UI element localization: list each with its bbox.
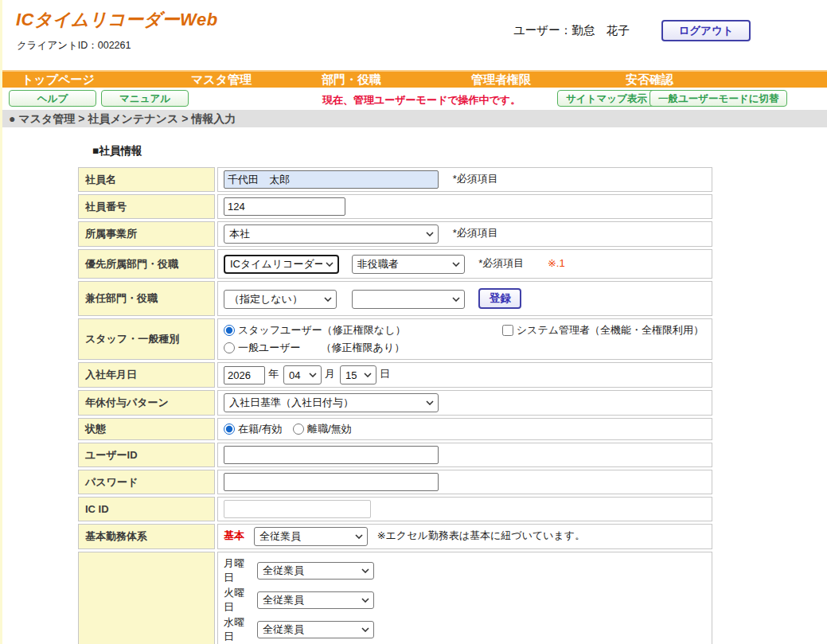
weekday-row: 水曜日 全従業員: [224, 615, 707, 644]
chevron-down-icon: [326, 262, 334, 267]
primary-dept-label: 優先所属部門・役職: [78, 249, 215, 279]
base-work-note: ※エクセル勤務表は基本に紐づいています。: [377, 529, 586, 541]
staff-type-row: スタッフ・一般種別 スタッフユーザー（修正権限なし） システム管理者（全機能・全…: [78, 318, 712, 360]
primary-role-select[interactable]: 非役職者: [352, 255, 465, 274]
required-note: *必須項目: [478, 257, 524, 269]
employee-name-label: 社員名: [78, 167, 215, 192]
chevron-down-icon: [452, 297, 460, 302]
concurrent-dept-select[interactable]: （指定しない）: [224, 290, 337, 309]
staff-user-radio[interactable]: [224, 325, 235, 336]
app-logo: ICタイムリコーダーWeb: [16, 8, 218, 32]
status-active-option[interactable]: 在籍/有効: [224, 423, 285, 435]
sitemap-button[interactable]: サイトマップ表示: [557, 90, 656, 107]
breadcrumb: ● マスタ管理 > 社員メンテナンス > 情報入力: [2, 110, 827, 127]
chevron-down-icon: [426, 232, 434, 236]
password-row: パスワード: [78, 470, 712, 494]
hire-month-select[interactable]: 04: [283, 365, 322, 384]
page: ICタイムリコーダーWeb クライアントID：002261 ユーザー：勤怠 花子…: [2, 0, 827, 644]
status-retired-radio[interactable]: [293, 423, 304, 435]
weekday-select-tuesday[interactable]: 全従業員: [257, 591, 374, 609]
primary-dept-select[interactable]: ICタイムリコーダー株式会社: [224, 255, 339, 274]
chevron-down-icon: [309, 373, 317, 377]
employee-number-row: 社員番号: [78, 194, 712, 219]
password-label: パスワード: [78, 470, 215, 494]
leave-pattern-select[interactable]: 入社日基準（入社日付与）: [224, 393, 439, 412]
nav-item-admin-rights[interactable]: 管理者権限: [471, 72, 531, 87]
status-retired-option[interactable]: 離職/無効: [293, 423, 352, 435]
status-row: 状態 在籍/有効 離職/無効: [78, 418, 712, 440]
employee-name-input[interactable]: [224, 170, 439, 189]
concurrent-dept-row: 兼任部門・役職 （指定しない） 登録: [78, 281, 712, 316]
nav-item-master-management[interactable]: マスタ管理: [191, 72, 252, 87]
chevron-down-icon: [324, 297, 332, 302]
employee-name-row: 社員名 *必須項目: [78, 167, 712, 192]
manual-button[interactable]: マニュアル: [101, 90, 189, 107]
weekday-row: 月曜日 全従業員: [224, 556, 707, 585]
header: ICタイムリコーダーWeb クライアントID：002261 ユーザー：勤怠 花子…: [2, 0, 827, 70]
switch-user-mode-button[interactable]: 一般ユーザーモードに切替: [650, 90, 787, 107]
office-row: 所属事業所 本社 *必須項目: [78, 221, 712, 247]
system-admin-option[interactable]: システム管理者（全機能・全権限利用）: [502, 323, 704, 338]
general-user-radio[interactable]: [224, 342, 235, 353]
help-button[interactable]: ヘルプ: [9, 90, 96, 107]
weekday-name: 月曜日: [224, 556, 254, 585]
weekday-row: 火曜日 全従業員: [224, 586, 707, 615]
month-unit: 月: [325, 368, 335, 380]
weekday-work-row: 曜日勤務体系 月曜日 全従業員 火曜日 全従業員 水曜日 全従業員: [78, 552, 712, 644]
hire-day-select[interactable]: 15: [340, 365, 376, 384]
hire-date-row: 入社年月日 年04月15日: [78, 362, 712, 388]
employee-info-table: 社員名 *必須項目 社員番号 所属事業所 本社: [76, 165, 715, 644]
main-nav: トップページ マスタ管理 部門・役職 管理者権限 安否確認: [2, 70, 827, 88]
section-title: ■社員情報: [92, 144, 827, 158]
system-admin-checkbox[interactable]: [502, 325, 513, 336]
weekday-select-wednesday[interactable]: 全従業員: [257, 621, 374, 638]
nav-item-department-role[interactable]: 部門・役職: [322, 72, 381, 87]
weekday-name: 火曜日: [224, 586, 254, 615]
weekday-select-monday[interactable]: 全従業員: [257, 562, 374, 580]
staff-user-option[interactable]: スタッフユーザー（修正権限なし）: [224, 323, 405, 338]
staff-type-label: スタッフ・一般種別: [78, 318, 215, 360]
chevron-down-icon: [355, 534, 363, 539]
weekday-work-label: 曜日勤務体系: [78, 552, 215, 644]
base-work-label: 基本勤務体系: [78, 524, 215, 549]
office-label: 所属事業所: [78, 221, 215, 247]
base-work-select[interactable]: 全従業員: [254, 527, 368, 546]
user-id-label: ユーザーID: [78, 443, 215, 467]
hire-date-label: 入社年月日: [78, 362, 215, 388]
mode-notice: 現在、管理ユーザーモードで操作中です。: [322, 93, 521, 107]
chevron-down-icon: [364, 373, 372, 377]
year-unit: 年: [268, 368, 279, 380]
chevron-down-icon: [452, 262, 460, 267]
general-user-option[interactable]: 一般ユーザー （修正権限あり）: [224, 342, 404, 353]
chevron-down-icon: [361, 598, 369, 603]
leave-pattern-row: 年休付与パターン 入社日基準（入社日付与）: [78, 390, 712, 416]
office-select[interactable]: 本社: [224, 224, 439, 244]
chevron-down-icon: [361, 568, 369, 573]
ref-note: ※.1: [548, 257, 565, 269]
primary-dept-row: 優先所属部門・役職 ICタイムリコーダー株式会社 非役職者 *必須項目 ※.1: [78, 249, 712, 279]
required-note: *必須項目: [453, 227, 498, 239]
password-input[interactable]: [224, 473, 439, 491]
logout-button[interactable]: ログアウト: [661, 20, 751, 41]
concurrent-role-select[interactable]: [352, 290, 465, 309]
weekday-name: 水曜日: [224, 615, 254, 644]
employee-number-label: 社員番号: [78, 194, 215, 219]
chevron-down-icon: [361, 627, 369, 632]
status-active-radio[interactable]: [224, 423, 235, 435]
user-id-row: ユーザーID: [78, 443, 712, 467]
register-button[interactable]: 登録: [478, 288, 521, 309]
toolbar: ヘルプ マニュアル 現在、管理ユーザーモードで操作中です。 サイトマップ表示 一…: [2, 88, 827, 110]
user-id-input[interactable]: [224, 446, 439, 464]
client-id: クライアントID：002261: [17, 39, 131, 53]
ic-id-input[interactable]: [224, 500, 371, 518]
required-note: *必須項目: [453, 173, 498, 185]
employee-number-input[interactable]: [224, 197, 345, 216]
chevron-down-icon: [426, 400, 434, 405]
ic-id-row: IC ID: [78, 497, 712, 521]
nav-item-top-page[interactable]: トップページ: [21, 72, 95, 87]
nav-item-safety-confirmation[interactable]: 安否確認: [626, 72, 673, 87]
user-name-label: ユーザー：勤怠 花子: [513, 23, 630, 38]
status-label: 状態: [78, 418, 215, 440]
base-work-row: 基本勤務体系 基本 全従業員 ※エクセル勤務表は基本に紐づいています。: [78, 524, 712, 549]
hire-year-input[interactable]: [224, 366, 265, 384]
